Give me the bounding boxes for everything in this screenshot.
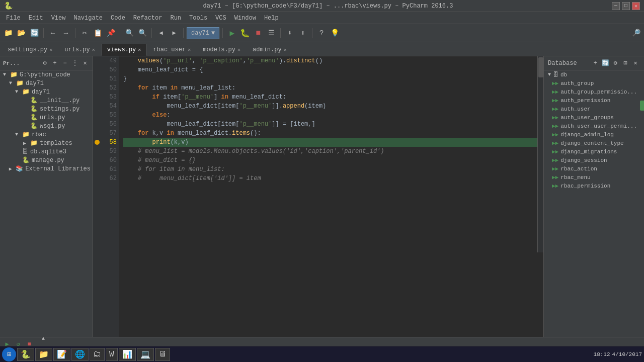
toolbar-search-btn[interactable]: 🔍 (123, 27, 135, 39)
menu-item-file[interactable]: File (2, 14, 25, 23)
db-add-btn[interactable]: + (591, 59, 600, 68)
tab-urls[interactable]: urls.py ✕ (59, 44, 100, 56)
taskbar-chrome-btn[interactable]: 🌐 (71, 348, 89, 361)
tab-views-close[interactable]: ✕ (138, 47, 141, 53)
toolbar-run-btn[interactable]: ▶ (226, 27, 238, 39)
toolbar-undo-btn[interactable]: ← (47, 27, 59, 39)
tab-settings-close[interactable]: ✕ (49, 47, 52, 53)
db-item-rbac-action[interactable]: ▶▶ rbac_action (544, 164, 644, 173)
db-item-db[interactable]: ▼ 🗄 db (544, 70, 644, 79)
sidebar-plus-btn[interactable]: + (50, 59, 59, 68)
taskbar-notepad-btn[interactable]: 📝 (53, 348, 70, 361)
minimize-button[interactable]: ─ (612, 2, 620, 10)
toolbar-vcs-commit-btn[interactable]: ⬆ (297, 27, 309, 39)
sidebar-label-templates: templates (40, 140, 72, 147)
db-item-auth-permission[interactable]: ▶▶ auth_permission (544, 96, 644, 105)
tab-admin[interactable]: admin.py ✕ (247, 44, 292, 56)
taskbar-pycharm-btn[interactable]: 🐍 (17, 348, 34, 361)
toolbar-stop-btn[interactable]: ■ (252, 27, 264, 39)
tab-urls-close[interactable]: ✕ (92, 47, 95, 53)
taskbar-start-btn[interactable]: ⊞ (2, 347, 16, 361)
db-item-auth-group-perm[interactable]: ▶▶ auth_group_permissio... (544, 87, 644, 96)
tab-models[interactable]: models.py ✕ (197, 44, 246, 56)
project-selector[interactable]: day71 ▼ (187, 27, 219, 39)
menu-item-code[interactable]: Code (107, 14, 129, 23)
menu-item-tools[interactable]: Tools (185, 14, 211, 23)
menu-item-view[interactable]: View (47, 14, 70, 23)
menu-item-window[interactable]: Window (230, 14, 260, 23)
db-item-rbac-menu[interactable]: ▶▶ rbac_menu (544, 173, 644, 182)
db-item-django-content[interactable]: ▶▶ django_content_type (544, 139, 644, 147)
tab-admin-close[interactable]: ✕ (284, 47, 287, 53)
sidebar-item-day71[interactable]: ▼ 📁 day71 (0, 79, 93, 87)
tab-rbac-user[interactable]: rbac_user ✕ (147, 44, 196, 56)
toolbar-coverage-btn[interactable]: ☰ (265, 27, 277, 39)
tab-models-close[interactable]: ✕ (237, 47, 240, 53)
sidebar-item-templates[interactable]: ▶ 📁 templates (0, 139, 93, 147)
toolbar-nav-fwd-btn[interactable]: ▶ (168, 27, 180, 39)
taskbar-app2-btn[interactable]: 💻 (137, 348, 154, 361)
toolbar-open-btn[interactable]: 📂 (15, 27, 27, 39)
bottom-scroll-up-btn[interactable]: ▲ (38, 334, 48, 344)
editor-scrollbar[interactable] (537, 56, 543, 252)
menu-item-vcs[interactable]: VCS (211, 14, 230, 23)
sidebar-item-settings[interactable]: 🐍 settings.py (0, 105, 93, 113)
db-item-auth-user-permi[interactable]: ▶▶ auth_user_user_permi... (544, 122, 644, 130)
db-item-auth-user[interactable]: ▶▶ auth_user (544, 105, 644, 113)
db-item-django-admin-log[interactable]: ▶▶ django_admin_log (544, 130, 644, 139)
db-item-django-migrations[interactable]: ▶▶ django_migrations (544, 147, 644, 156)
toolbar-tips-btn[interactable]: 💡 (329, 27, 341, 39)
menu-item-run[interactable]: Run (166, 14, 185, 23)
toolbar-redo-btn[interactable]: → (60, 27, 72, 39)
toolbar-cut-btn[interactable]: ✂ (78, 27, 91, 39)
menu-item-navigate[interactable]: Navigate (69, 14, 107, 23)
toolbar-search-everywhere-btn[interactable]: 🔎 (630, 27, 642, 39)
toolbar-debug-btn[interactable]: 🐛 (239, 27, 251, 39)
menu-item-refactor[interactable]: Refactor (129, 14, 167, 23)
toolbar-sync-btn[interactable]: 🔄 (28, 27, 40, 39)
toolbar-copy-btn[interactable]: 📋 (92, 27, 104, 39)
menu-item-edit[interactable]: Edit (25, 14, 47, 23)
db-refresh-btn[interactable]: 🔄 (601, 59, 610, 68)
code-content[interactable]: values('p__url', 'p__caption','p__menu')… (119, 56, 543, 337)
tab-views[interactable]: views.py ✕ (102, 44, 147, 56)
db-item-rbac-permission[interactable]: ▶▶ rbac_permission (544, 182, 644, 190)
sidebar-item-root[interactable]: ▼ 📁 G:\python_code (0, 70, 93, 79)
sidebar-item-urls[interactable]: 🐍 urls.py (0, 113, 93, 122)
menu-item-help[interactable]: Help (260, 14, 283, 23)
db-item-auth-group[interactable]: ▶▶ auth_group (544, 79, 644, 87)
toolbar-help-btn[interactable]: ? (315, 27, 328, 39)
db-close-btn[interactable]: ✕ (631, 59, 640, 68)
db-item-django-session[interactable]: ▶▶ django_session (544, 156, 644, 164)
close-button[interactable]: ✕ (632, 2, 640, 10)
toolbar-replace-btn[interactable]: 🔍 (136, 27, 148, 39)
db-settings-btn[interactable]: ⚙ (611, 59, 620, 68)
db-layout-btn[interactable]: ⊞ (621, 59, 630, 68)
taskbar-app1-btn[interactable]: 📊 (119, 348, 136, 361)
toolbar-paste-btn[interactable]: 📌 (105, 27, 117, 39)
taskbar-folder-btn[interactable]: 📁 (35, 348, 52, 361)
maximize-button[interactable]: □ (622, 2, 630, 10)
sidebar-minus-btn[interactable]: − (60, 59, 69, 68)
tab-rbac-user-close[interactable]: ✕ (188, 47, 191, 53)
main-area: Pr... ⚙ + − ⋮ ✕ ▼ 📁 G:\python_code ▼ 📁 d (0, 56, 644, 337)
sidebar-item-init[interactable]: 🐍 __init__.py (0, 96, 93, 105)
taskbar-files-btn[interactable]: 🗂 (90, 348, 105, 361)
sidebar-item-wsgi[interactable]: 🐍 wsgi.py (0, 122, 93, 130)
toolbar-project-view-btn[interactable]: 📁 (2, 27, 14, 39)
sidebar-item-ext-libs[interactable]: ▶ 📚 External Libraries (0, 164, 93, 173)
db-item-auth-user-groups[interactable]: ▶▶ auth_user_groups (544, 113, 644, 122)
toolbar-nav-back-btn[interactable]: ◀ (155, 27, 167, 39)
sidebar-item-manage[interactable]: 🐍 manage.py (0, 156, 93, 164)
sidebar-close-btn[interactable]: ✕ (80, 59, 90, 68)
code-area[interactable]: 49 50 51 52 53 54 55 56 57 58 59 60 61 6… (93, 56, 543, 337)
sidebar-item-day71-sub[interactable]: ▼ 📁 day71 (0, 87, 93, 96)
sidebar-gear-btn[interactable]: ⚙ (40, 59, 49, 68)
sidebar-item-rbac[interactable]: ▼ 📁 rbac (0, 130, 93, 139)
tab-settings[interactable]: settings.py ✕ (2, 44, 58, 56)
toolbar-vcs-update-btn[interactable]: ⬇ (284, 27, 296, 39)
taskbar-word-btn[interactable]: W (106, 348, 118, 361)
sidebar-settings-btn[interactable]: ⋮ (70, 59, 79, 68)
taskbar-app3-btn[interactable]: 🖥 (155, 348, 170, 361)
sidebar-item-db[interactable]: 🗄 db.sqlite3 (0, 147, 93, 156)
